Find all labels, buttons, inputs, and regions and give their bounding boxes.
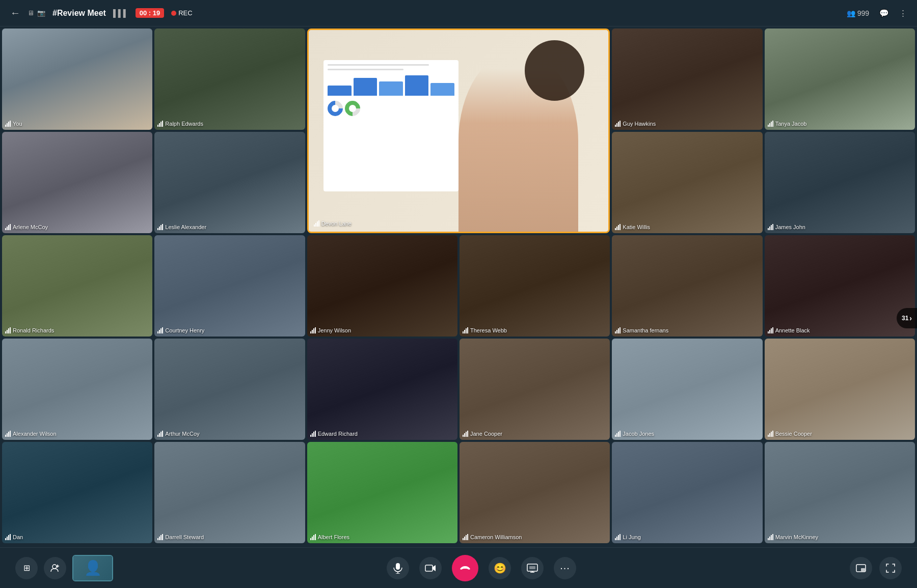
cell-katie-willis[interactable]: Katie Willis	[612, 132, 762, 233]
signal-theresa	[463, 327, 468, 333]
more-options-button[interactable]: ···	[554, 557, 576, 579]
cell-tanya-jacob[interactable]: Tanya Jacob	[765, 29, 915, 130]
name-tag-arthur: Arthur McCoy	[157, 431, 199, 437]
signal-devon	[314, 220, 319, 227]
cell-jane-cooper[interactable]: Jane Cooper	[460, 339, 610, 440]
more-participants-button[interactable]: 31 ›	[897, 308, 917, 328]
add-participant-button[interactable]	[44, 557, 66, 579]
name-tag-albert: Albert Flores	[310, 534, 349, 540]
back-button[interactable]: ←	[10, 7, 20, 19]
top-bar: ← 🖥 📷 #Review Meet ▌▌▌ 00 : 19 REC 👥 999…	[0, 0, 917, 26]
svg-point-0	[52, 565, 57, 569]
name-tag-samantha: Samantha fernans	[615, 327, 668, 333]
more-options-icon[interactable]: ⋮	[899, 9, 907, 18]
cell-ronald-richards[interactable]: Ronald Richards	[2, 235, 152, 337]
signal-guy	[615, 121, 621, 127]
signal-james	[768, 224, 773, 230]
signal-samantha	[615, 327, 621, 333]
cell-james-john[interactable]: James John	[765, 132, 915, 233]
name-tag-guy: Guy Hawkins	[615, 121, 656, 127]
signal-jenny	[310, 327, 316, 333]
cell-jenny-wilson[interactable]: Jenny Wilson	[307, 235, 457, 337]
bottom-right-controls	[850, 557, 902, 579]
chat-icon[interactable]: 💬	[879, 9, 889, 18]
emoji-button[interactable]: 😊	[489, 557, 511, 579]
monitor-icon: 🖥	[28, 9, 34, 17]
name-tag-arlene: Arlene McCoy	[5, 224, 48, 230]
signal-albert	[310, 534, 316, 540]
bottom-left-controls: ⊞ 👤	[15, 555, 113, 581]
signal-tanya	[768, 121, 773, 127]
cell-devon-lane[interactable]: Devon Lane	[307, 29, 610, 233]
signal-courtney	[157, 327, 163, 333]
bottom-center-controls: 😊 ···	[387, 555, 576, 581]
screen-share-button[interactable]	[521, 557, 544, 579]
svg-rect-10	[529, 566, 535, 569]
cell-guy-hawkins[interactable]: Guy Hawkins	[612, 29, 762, 130]
cell-cameron-williamson[interactable]: Cameron Williamson	[460, 442, 610, 543]
name-tag-katie: Katie Willis	[615, 224, 650, 230]
top-bar-left: ← 🖥 📷 #Review Meet ▌▌▌ 00 : 19 REC	[10, 7, 193, 19]
end-call-button[interactable]	[452, 555, 478, 581]
cell-darrell-steward[interactable]: Darrell Steward	[154, 442, 305, 543]
svg-rect-6	[425, 565, 433, 571]
self-preview[interactable]: 👤	[72, 555, 113, 581]
name-tag-ralph: Ralph Edwards	[157, 121, 203, 127]
name-tag-tanya: Tanya Jacob	[768, 121, 807, 127]
cell-bessie-cooper[interactable]: Bessie Cooper	[765, 339, 915, 440]
cell-jacob-jones[interactable]: Jacob Jones	[612, 339, 762, 440]
cell-leslie-alexander[interactable]: Leslie Alexander	[154, 132, 305, 233]
video-grid: You Ralph Edwards	[0, 26, 917, 547]
signal-ronald	[5, 327, 11, 333]
signal-bessie	[768, 431, 773, 437]
cell-courtney-henry[interactable]: Courtney Henry	[154, 235, 305, 337]
signal-jane	[463, 431, 468, 437]
signal-katie	[615, 224, 621, 230]
name-tag-alexander: Alexander Wilson	[5, 431, 57, 437]
timer-badge: 00 : 19	[136, 8, 164, 18]
cell-marvin-mckinney[interactable]: Marvin McKinney	[765, 442, 915, 543]
svg-rect-12	[861, 568, 865, 571]
top-bar-right: 👥 999 💬 ⋮	[847, 9, 907, 18]
name-tag-darrell: Darrell Steward	[157, 534, 204, 540]
cell-you[interactable]: You	[2, 29, 152, 130]
cell-edward-richard[interactable]: Edward Richard	[307, 339, 457, 440]
cell-arlene-mccoy[interactable]: Arlene McCoy	[2, 132, 152, 233]
svg-rect-3	[396, 563, 400, 570]
signal-dan	[5, 534, 11, 540]
rec-badge: REC	[171, 9, 192, 17]
cell-li-jung[interactable]: Li Jung	[612, 442, 762, 543]
mic-button[interactable]	[387, 557, 409, 579]
name-tag-jenny: Jenny Wilson	[310, 327, 351, 333]
name-tag-marvin: Marvin McKinney	[768, 534, 818, 540]
cell-theresa-webb[interactable]: Theresa Webb	[460, 235, 610, 337]
pie-charts	[328, 101, 454, 116]
cell-dan[interactable]: Dan	[2, 442, 152, 543]
signal-arthur	[157, 431, 163, 437]
bottom-bar: ⊞ 👤	[0, 547, 917, 588]
count-value: 999	[857, 9, 869, 17]
cell-annette-black[interactable]: Annette Black	[765, 235, 915, 337]
name-tag-edward: Edward Richard	[310, 431, 358, 437]
rec-label: REC	[178, 9, 192, 17]
cell-ralph-edwards[interactable]: Ralph Edwards	[154, 29, 305, 130]
presenter-content	[309, 30, 609, 232]
signal-arlene	[5, 224, 11, 230]
meeting-icons: 🖥 📷	[28, 9, 45, 17]
layout-toggle-button[interactable]: ⊞	[15, 557, 38, 579]
signal-cameron	[463, 534, 468, 540]
cell-alexander-wilson[interactable]: Alexander Wilson	[2, 339, 152, 440]
signal-edward	[310, 431, 316, 437]
signal-alexander	[5, 431, 11, 437]
cell-samantha-fernans[interactable]: Samantha fernans	[612, 235, 762, 337]
fullscreen-button[interactable]	[879, 557, 902, 579]
name-tag-devon: Devon Lane	[314, 220, 352, 227]
signal-marvin	[768, 534, 773, 540]
cell-albert-flores[interactable]: Albert Flores	[307, 442, 457, 543]
cell-arthur-mccoy[interactable]: Arthur McCoy	[154, 339, 305, 440]
name-tag-theresa: Theresa Webb	[463, 327, 507, 333]
camera-button[interactable]	[419, 557, 442, 579]
pip-button[interactable]	[850, 557, 872, 579]
camera-icon: 📷	[37, 9, 45, 17]
more-count: 31	[902, 315, 908, 322]
